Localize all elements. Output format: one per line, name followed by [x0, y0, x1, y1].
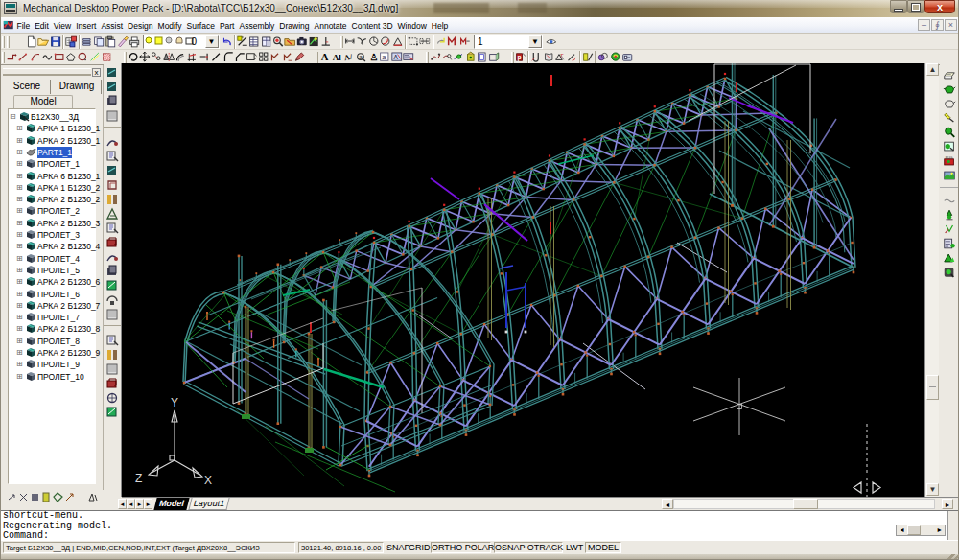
svg-text:a: a: [359, 54, 363, 60]
svg-text:♙: ♙: [369, 52, 378, 62]
svg-text:Z: Z: [135, 472, 142, 485]
svg-text:A/: A/: [343, 53, 354, 63]
svg-text:Г: Г: [561, 53, 565, 58]
svg-text:RUG: RUG: [946, 156, 953, 160]
svg-text:p: p: [517, 54, 521, 61]
svg-text:Al: Al: [333, 53, 342, 62]
svg-text:A: A: [321, 51, 329, 62]
svg-text:X: X: [204, 474, 212, 487]
svg-text:Y: Y: [171, 396, 178, 409]
